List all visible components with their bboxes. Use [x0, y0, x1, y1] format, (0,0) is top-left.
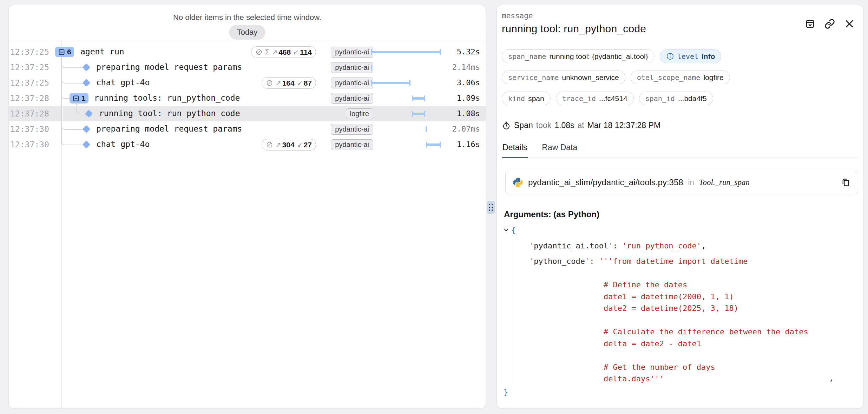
panel-resize-handle[interactable]	[487, 201, 495, 214]
quote: '	[585, 257, 590, 266]
token-usage-badge[interactable]: Σ↗468↙114	[251, 46, 316, 58]
sent-arrow-icon: ↗	[276, 141, 281, 149]
colon: :	[613, 241, 617, 250]
duration-bar	[371, 51, 441, 53]
duration-bar-cap	[371, 49, 372, 55]
tokens-icon	[266, 141, 273, 148]
summary-part: Mar 18 12:37:28 PM	[587, 121, 660, 130]
chip-value: logfire	[703, 73, 723, 82]
chip-span_id[interactable]: span_id...bda4f5	[639, 92, 713, 105]
minus-square-icon	[58, 48, 65, 56]
close-icon[interactable]	[844, 19, 855, 29]
trace-row[interactable]: 12:37:30 preparing model request params …	[9, 121, 486, 137]
trace-row[interactable]: 12:37:28 running tool: run_python_code l…	[9, 106, 486, 121]
row-label: running tools: run_python_code	[94, 93, 240, 102]
open-brace-row: {	[504, 224, 858, 236]
duration-bar	[412, 97, 425, 100]
copy-icon[interactable]	[841, 178, 851, 187]
scope-tag[interactable]: pydantic-ai	[331, 78, 373, 88]
chip-value: Info	[702, 52, 715, 61]
trace-rows: 12:37:25 6 agent run pydantic-ai 5.32s Σ…	[9, 44, 486, 152]
sent-arrow-icon: ↗	[276, 79, 281, 87]
token-usage-badge[interactable]: ↗164↙87	[262, 77, 316, 89]
summary-part: Span	[514, 121, 533, 130]
collapse-toggle[interactable]: 6	[55, 47, 74, 57]
scope-tag[interactable]: logfire	[346, 108, 373, 119]
open-brace: {	[511, 226, 516, 234]
quote: '	[608, 241, 613, 250]
row-timeline	[371, 60, 445, 75]
tree-elbow-connector	[61, 139, 84, 145]
tokens-icon	[266, 79, 273, 87]
comma: ,	[701, 241, 706, 250]
attribute-chips: span_namerunning tool: {pydantic_ai.tool…	[502, 49, 858, 105]
token-usage-badge[interactable]: ↗304↙27	[262, 139, 316, 151]
colon: :	[590, 257, 594, 266]
duration-bar-cap	[440, 49, 441, 55]
info-circle-icon	[666, 52, 674, 60]
chip-service_name[interactable]: service_nameunknown_service	[502, 71, 625, 84]
trace-panel: No older items in the selected time wind…	[8, 5, 486, 408]
trace-row[interactable]: 12:37:30 chat gpt-4o pydantic-ai 1.16s ↗…	[9, 137, 486, 152]
link-icon[interactable]	[824, 19, 835, 29]
row-label: running tool: run_python_code	[99, 109, 240, 118]
python-logo-icon	[513, 177, 523, 188]
detail-tabs: DetailsRaw Data	[502, 143, 858, 158]
trace-row[interactable]: 12:37:28 1 running tools: run_python_cod…	[9, 91, 486, 106]
scope-tag[interactable]: pydantic-ai	[331, 47, 373, 58]
chip-trace_id[interactable]: trace_id...fc4514	[556, 92, 634, 105]
scope-tag[interactable]: pydantic-ai	[331, 139, 373, 150]
trace-row[interactable]: 12:37:25 preparing model request params …	[9, 60, 486, 75]
sent-tokens: 468	[278, 48, 291, 56]
tab-details[interactable]: Details	[502, 143, 528, 158]
trace-panel-header: No older items in the selected time wind…	[9, 5, 486, 40]
scope-tag[interactable]: pydantic-ai	[331, 93, 373, 104]
chip-kind[interactable]: kindspan	[502, 92, 551, 105]
collapse-chevron-icon[interactable]	[504, 227, 509, 233]
collapse-toggle[interactable]: 1	[70, 93, 88, 104]
chip-value: ...fc4514	[599, 94, 627, 103]
row-timeline	[371, 106, 445, 121]
row-duration: 1.16s	[457, 140, 480, 149]
arguments-heading: Arguments: (as Python)	[504, 209, 858, 219]
stopwatch-icon	[502, 121, 511, 130]
duration-bar-cap	[440, 142, 441, 148]
duration-bar-cap	[371, 80, 372, 86]
trace-row[interactable]: 12:37:25 chat gpt-4o pydantic-ai 3.06s ↗…	[9, 75, 486, 91]
instant-tick	[426, 126, 427, 132]
summary-part: took	[536, 121, 551, 130]
chip-key: level	[677, 52, 698, 61]
tokens-icon	[255, 48, 263, 56]
quote: '	[529, 257, 534, 266]
chip-key: service_name	[508, 73, 559, 82]
span-detail-panel: message running tool: run_python_code sp…	[497, 5, 863, 408]
sent-arrow-icon: ↗	[272, 48, 277, 56]
argument-python_code: 'python_code': '''from datetime import d…	[529, 255, 858, 385]
indent-guide-line	[513, 238, 513, 380]
archive-box-icon[interactable]	[805, 19, 815, 29]
tree-elbow-connector	[61, 77, 84, 84]
row-label: preparing model request params	[96, 124, 242, 133]
trace-row[interactable]: 12:37:25 6 agent run pydantic-ai 5.32s Σ…	[9, 44, 486, 60]
duration-bar-cap	[426, 142, 427, 148]
chip-otel_scope_name[interactable]: otel_scope_namelogfire	[631, 71, 730, 84]
today-button[interactable]: Today	[229, 25, 265, 40]
chip-value: unknown_service	[562, 73, 619, 82]
duration-bar-cap	[424, 95, 425, 101]
scope-tag[interactable]: pydantic-ai	[331, 124, 373, 135]
row-duration: 3.06s	[457, 78, 480, 87]
tree-elbow-connector	[61, 92, 70, 99]
chip-key: otel_scope_name	[637, 73, 701, 82]
tree-elbow-connector	[61, 61, 84, 68]
code-location[interactable]: pydantic_ai_slim/pydantic_ai/tools.py:35…	[505, 171, 858, 194]
chip-span_name[interactable]: span_namerunning tool: {pydantic_ai.tool…	[502, 49, 655, 63]
trace-list-area: 12:37:25 6 agent run pydantic-ai 5.32s Σ…	[9, 40, 486, 408]
tab-raw-data[interactable]: Raw Data	[541, 143, 578, 158]
chip-level[interactable]: levelInfo	[660, 49, 722, 63]
row-label: agent run	[80, 47, 124, 56]
row-timeline	[371, 137, 445, 152]
argument-value: 'run_python_code'	[622, 241, 701, 250]
scope-tag[interactable]: pydantic-ai	[331, 62, 373, 73]
duration-bar-cap	[424, 111, 425, 117]
chip-value: running tool: {pydantic_ai.tool}	[549, 52, 648, 61]
